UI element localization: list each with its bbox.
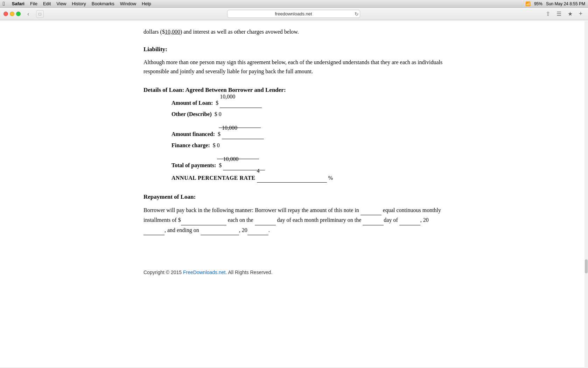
- scrollbar-thumb[interactable]: [585, 259, 588, 273]
- apr-value: 4: [257, 167, 260, 175]
- amount-financed-label: Amount financed:: [172, 130, 215, 138]
- repayment-blank-4: [363, 215, 384, 225]
- repayment-blank-6: [144, 225, 164, 235]
- repayment-heading: Repayment of Loan:: [144, 192, 444, 202]
- repayment-blank-7: [201, 225, 239, 235]
- other-describe-value: 0: [219, 111, 222, 117]
- currency-symbol-2: $: [213, 110, 217, 118]
- fullscreen-button[interactable]: [16, 12, 21, 16]
- extensions-button[interactable]: ★: [566, 10, 575, 18]
- repayment-blank-8: [247, 225, 268, 235]
- close-button[interactable]: [4, 12, 8, 16]
- loan-detail-row: Amount of Loan: $ 10,000: [172, 99, 444, 108]
- intro-text-after: ) and interest as well as other charges …: [180, 29, 299, 35]
- back-button[interactable]: ‹: [23, 10, 33, 18]
- refresh-button[interactable]: ↻: [355, 11, 359, 17]
- wifi-icon: 📶: [525, 1, 531, 6]
- repayment-blank-3: [255, 215, 276, 225]
- loan-detail-row: Amount financed: $ 10,000: [172, 130, 444, 139]
- liability-section: Liability: Although more than one person…: [144, 45, 444, 76]
- currency-symbol-1: $: [214, 99, 218, 107]
- tab-switcher-button[interactable]: □: [36, 10, 44, 18]
- amount-financed-value: 10,000: [222, 124, 237, 132]
- address-bar[interactable]: freedownloads.net: [227, 10, 360, 18]
- copyright-text: Copyright © 2015: [144, 270, 183, 275]
- freedownloads-link[interactable]: FreeDownloads.net: [183, 270, 225, 275]
- amount-of-loan-label: Amount of Loan:: [172, 99, 213, 107]
- page-content: dollars ($10,000) and interest as well a…: [84, 20, 504, 297]
- apr-percent-symbol: %: [328, 174, 333, 182]
- loan-detail-row: Other (Describe) $ 0: [172, 110, 444, 128]
- address-bar-container: freedownloads.net ↻: [47, 10, 540, 18]
- safari-menu[interactable]: Safari: [12, 1, 24, 6]
- menubar:  Safari File Edit View History Bookmark…: [0, 0, 588, 8]
- repayment-text: Borrower will pay back in the following …: [144, 205, 444, 235]
- new-tab-button[interactable]: +: [577, 10, 584, 18]
- footer-suffix: . All Rights Reserved.: [225, 270, 272, 275]
- total-payments-value: 10,000: [223, 155, 238, 163]
- amount-of-loan-value: 10,000: [220, 93, 235, 101]
- apr-label: ANNUAL PERCENTAGE RATE: [172, 174, 255, 182]
- loan-details-table: Amount of Loan: $ 10,000 Other (Describe…: [172, 99, 444, 183]
- apr-field: 4: [257, 174, 327, 183]
- amount-of-loan-field: 10,000: [220, 99, 262, 108]
- datetime-display: Sun May 24 8:55 PM: [546, 1, 585, 6]
- currency-symbol-5: $: [217, 161, 222, 170]
- loan-details-section: Details of Loan: Agreed Between Borrower…: [144, 86, 444, 183]
- help-menu[interactable]: Help: [142, 1, 151, 6]
- currency-symbol-3: $: [216, 130, 220, 138]
- scrollbar[interactable]: [584, 21, 588, 367]
- page-footer: Copyright © 2015 FreeDownloads.net. All …: [144, 263, 444, 276]
- apr-row: ANNUAL PERCENTAGE RATE 4 %: [172, 174, 444, 183]
- apple-menu[interactable]: : [3, 1, 5, 7]
- loan-details-heading: Details of Loan: Agreed Between Borrower…: [144, 86, 444, 95]
- window-controls: [4, 12, 21, 16]
- edit-menu[interactable]: Edit: [43, 1, 51, 6]
- page-wrapper: dollars ($10,000) and interest as well a…: [0, 20, 588, 367]
- intro-paragraph: dollars ($10,000) and interest as well a…: [144, 27, 444, 36]
- intro-text-before: dollars ($: [144, 29, 165, 35]
- total-payments-label: Total of payments:: [172, 161, 216, 170]
- finance-charge-label: Finance charge:: [172, 141, 210, 150]
- minimize-button[interactable]: [10, 12, 14, 16]
- liability-heading: Liability:: [144, 45, 444, 54]
- currency-symbol-4: $: [211, 141, 216, 150]
- amount-financed-field: 10,000: [222, 130, 264, 139]
- loan-detail-row: Finance charge: $ 0: [172, 141, 444, 159]
- window-menu[interactable]: Window: [120, 1, 136, 6]
- sidebar-button[interactable]: ☰: [554, 10, 564, 18]
- loan-amount-intro: 10,000: [165, 29, 180, 35]
- repayment-blank-1: [360, 205, 382, 215]
- menubar-status: 📶 95% Sun May 24 8:55 PM: [525, 1, 585, 6]
- view-menu[interactable]: View: [56, 1, 66, 6]
- toolbar-actions: ⇧ ☰ ★ +: [543, 10, 584, 18]
- other-describe-label: Other (Describe): [172, 110, 212, 118]
- repayment-blank-5: [399, 215, 420, 225]
- finance-charge-value: 0: [217, 142, 220, 148]
- liability-text: Although more than one person may sign t…: [144, 58, 444, 76]
- history-menu[interactable]: History: [72, 1, 86, 6]
- file-menu[interactable]: File: [30, 1, 37, 6]
- repayment-section: Repayment of Loan: Borrower will pay bac…: [144, 192, 444, 235]
- browser-toolbar: ‹ □ freedownloads.net ↻ ⇧ ☰ ★ +: [0, 8, 588, 20]
- bookmarks-menu[interactable]: Bookmarks: [92, 1, 114, 6]
- battery-status: 95%: [534, 1, 542, 6]
- loan-detail-row: Total of payments: $ 10,000: [172, 161, 444, 170]
- share-button[interactable]: ⇧: [543, 10, 552, 18]
- repayment-blank-2: [181, 215, 226, 225]
